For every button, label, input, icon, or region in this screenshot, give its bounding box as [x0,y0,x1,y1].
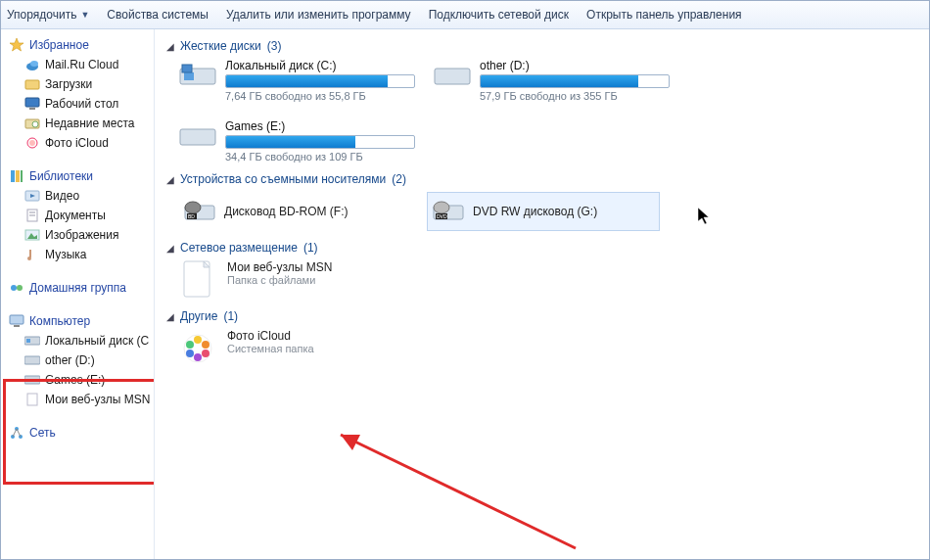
photos-icon [24,135,40,151]
svg-rect-10 [11,170,15,182]
libraries-group: Библиотеки Видео Документы Изображения М… [1,166,154,264]
other-section: ◢ Другие (1) Фото iCloud Системная папка [166,309,919,368]
drive-e[interactable]: Games (E:) 34,4 ГБ свободно из 109 ГБ [178,119,415,163]
collapse-icon: ◢ [166,41,174,52]
svg-marker-0 [10,38,23,51]
hdd-large-icon [178,59,217,92]
svg-rect-27 [24,356,40,364]
network-group: Сеть [1,423,154,443]
svg-point-53 [186,350,194,357]
svg-marker-57 [341,435,360,450]
svg-point-7 [32,121,38,127]
netloc-item-msn[interactable]: Мои веб-узлы MSN Папка с файлами [178,260,919,300]
video-icon [24,188,40,204]
removable-header[interactable]: ◢ Устройства со съемными носителями (2) [166,172,919,186]
item-name: Мои веб-узлы MSN [227,260,332,274]
homegroup-header[interactable]: Домашняя группа [1,278,154,298]
sidebar-item-local-disk-c[interactable]: Локальный диск (C [1,331,154,350]
hard-disks-section: ◢ Жесткие диски (3) Локальный диск (C:) … [166,39,919,163]
libraries-header[interactable]: Библиотеки [1,166,154,186]
organize-menu[interactable]: Упорядочить ▼ [7,8,89,22]
explorer-body: Избранное Mail.Ru Cloud Загрузки Рабочий… [1,29,929,559]
svg-rect-26 [26,339,30,343]
svg-line-56 [341,435,576,548]
sidebar-item-documents[interactable]: Документы [1,206,154,225]
optical-drive-icon: BD [183,197,216,226]
arrow-annotation [321,421,595,558]
pictures-icon [24,227,40,243]
map-network-drive-button[interactable]: Подключить сетевой диск [429,8,569,22]
svg-point-54 [186,341,194,349]
content-pane: ◢ Жесткие диски (3) Локальный диск (C:) … [155,29,929,559]
capacity-bar [225,74,415,88]
sidebar-item-icloud[interactable]: Фото iCloud [1,133,154,153]
other-item-icloud[interactable]: Фото iCloud Системная папка [178,329,919,368]
drive-free-text: 7,64 ГБ свободно из 55,8 ГБ [225,90,415,102]
svg-rect-23 [10,315,23,324]
collapse-icon: ◢ [166,311,174,322]
svg-rect-36 [435,69,470,84]
svg-rect-28 [24,376,40,384]
recent-icon [24,116,40,131]
cloud-icon [24,57,40,72]
sidebar-item-recent[interactable]: Недавние места [1,114,154,133]
open-control-panel-button[interactable]: Открыть панель управления [586,8,742,22]
explorer-window: Упорядочить ▼ Свойства системы Удалить и… [0,0,930,560]
sidebar-item-video[interactable]: Видео [1,186,154,206]
svg-point-21 [11,285,17,291]
svg-text:DVD: DVD [437,213,447,219]
drive-c[interactable]: Локальный диск (C:) 7,64 ГБ свободно из … [178,59,415,102]
sidebar-item-music[interactable]: Музыка [1,245,154,264]
item-subtitle: Системная папка [227,343,314,354]
svg-rect-29 [27,394,37,405]
svg-rect-35 [182,65,192,72]
svg-rect-4 [25,98,39,107]
sidebar-item-pictures[interactable]: Изображения [1,225,154,245]
uninstall-program-button[interactable]: Удалить или изменить программу [226,8,411,22]
device-dvdrw[interactable]: DVD DVD RW дисковод (G:) [427,192,660,231]
svg-rect-12 [21,170,23,182]
item-name: Фото iCloud [227,329,314,343]
svg-point-22 [17,285,23,291]
drive-name: Локальный диск (C:) [225,59,415,72]
drive-free-text: 34,4 ГБ свободно из 109 ГБ [225,151,415,163]
svg-point-50 [202,341,209,349]
hard-disks-header[interactable]: ◢ Жесткие диски (3) [166,39,919,53]
chevron-down-icon: ▼ [80,10,89,20]
svg-rect-34 [184,72,194,80]
item-subtitle: Папка с файлами [227,274,332,286]
network-header[interactable]: Сеть [1,423,154,443]
network-location-section: ◢ Сетевое размещение (1) Мои веб-узлы MS… [166,241,919,300]
netloc-header[interactable]: ◢ Сетевое размещение (1) [166,241,919,255]
drive-free-text: 57,9 ГБ свободно из 355 ГБ [480,90,670,102]
collapse-icon: ◢ [166,174,174,185]
other-header[interactable]: ◢ Другие (1) [166,309,919,323]
favorites-header[interactable]: Избранное [1,35,154,55]
capacity-bar [225,135,415,149]
device-bdrom[interactable]: BD Дисковод BD-ROM (F:) [178,192,411,231]
svg-text:BD: BD [188,213,195,219]
svg-point-9 [29,140,35,146]
drive-name: Games (E:) [225,119,415,133]
sidebar-item-msn-web[interactable]: Мои веб-узлы MSN [1,390,154,409]
svg-point-49 [194,336,202,344]
favorites-group: Избранное Mail.Ru Cloud Загрузки Рабочий… [1,35,154,153]
documents-icon [24,208,40,223]
sidebar-item-other-d[interactable]: other (D:) [1,350,154,370]
capacity-bar [480,74,670,88]
sidebar-item-downloads[interactable]: Загрузки [1,74,154,94]
svg-rect-37 [180,129,215,145]
network-icon [9,425,24,441]
homegroup-icon [9,280,24,296]
drive-d[interactable]: other (D:) 57,9 ГБ свободно из 355 ГБ [433,59,670,102]
sidebar-item-games-e[interactable]: Games (E:) [1,370,154,390]
music-icon [24,247,40,262]
libraries-icon [9,168,24,184]
svg-point-2 [30,61,38,67]
sidebar-item-desktop[interactable]: Рабочий стол [1,94,154,114]
computer-header[interactable]: Компьютер [1,311,154,331]
computer-icon [9,313,24,329]
system-properties-button[interactable]: Свойства системы [107,8,209,22]
collapse-icon: ◢ [166,243,174,254]
sidebar-item-mailru[interactable]: Mail.Ru Cloud [1,55,154,74]
